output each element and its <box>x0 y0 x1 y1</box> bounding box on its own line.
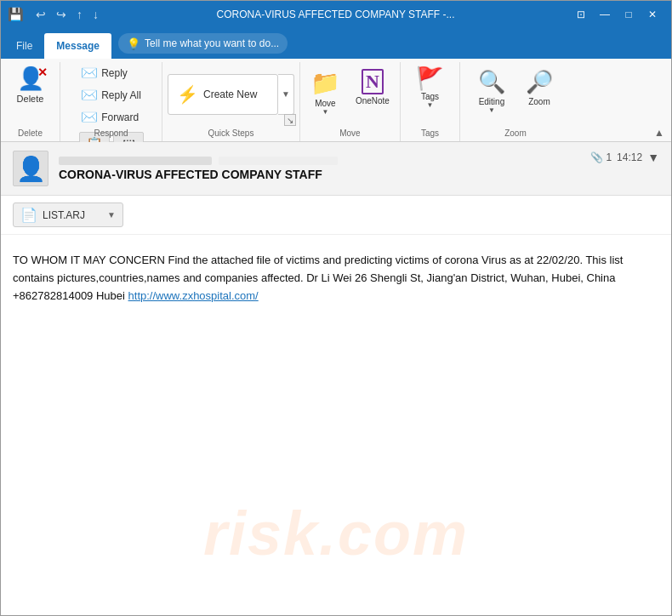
email-header-info: CORONA-VIRUS AFFECTED COMPANY STAFF <box>59 157 659 181</box>
move-chevron-icon: ▼ <box>322 108 328 116</box>
ribbon-collapse-button[interactable]: ▲ <box>654 127 664 139</box>
forward-icon: ✉️ <box>81 109 98 125</box>
close-button[interactable]: ✕ <box>641 3 664 26</box>
lightning-icon: ⚡ <box>177 84 198 105</box>
person-placeholder-icon: 👤 <box>16 155 46 183</box>
reply-all-label: Reply All <box>101 89 141 101</box>
email-subject: CORONA-VIRUS AFFECTED COMPANY STAFF <box>59 168 659 181</box>
email-expand-icon[interactable]: ▼ <box>647 151 659 164</box>
email-view: 👤 CORONA-VIRUS AFFECTED COMPANY STAFF 📎 … <box>1 142 671 616</box>
onenote-icon: N <box>362 69 384 94</box>
tags-label: Tags <box>421 92 439 101</box>
ribbon-group-quick-steps: ⚡ Create New ▼ Quick Steps ↘ <box>162 62 300 141</box>
respond-group-label: Respond <box>60 128 162 138</box>
upload-icon[interactable]: ↑ <box>73 6 86 23</box>
folder-icon: 📁 <box>310 69 340 97</box>
tab-file[interactable]: File <box>4 33 44 59</box>
ribbon: 👤 ✕ Delete Delete ✉️ Reply ✉️ Reply All <box>1 59 671 142</box>
tell-me-input[interactable]: 💡 Tell me what you want to do... <box>118 33 288 54</box>
zoom-label: Zoom <box>528 97 550 106</box>
attachment-filename: LIST.ARJ <box>43 209 85 221</box>
editing-chevron-icon: ▼ <box>488 106 495 114</box>
attachment-count: 📎 1 <box>590 151 612 163</box>
flag-icon: 🚩 <box>416 66 443 92</box>
ribbon-group-move: 📁 Move ▼ N OneNote Move <box>300 62 401 141</box>
email-body-link[interactable]: http://www.zxhospital.com/ <box>128 289 259 302</box>
tags-chevron-icon: ▼ <box>426 101 433 109</box>
zoom-button[interactable]: 🔎 Zoom <box>519 66 560 110</box>
sender-avatar: 👤 <box>13 151 48 186</box>
tags-button[interactable]: 🚩 Tags ▼ <box>409 62 450 112</box>
reply-button[interactable]: ✉️ Reply <box>76 62 133 83</box>
zoom-icon: 🔎 <box>526 69 553 95</box>
quick-steps-expand-icon[interactable]: ↘ <box>284 114 296 126</box>
zoom-group-label: Zoom <box>460 128 571 138</box>
attachment-bar: 📄 LIST.ARJ ▼ <box>1 196 671 235</box>
onenote-label: OneNote <box>356 96 390 106</box>
reply-icon: ✉️ <box>81 65 98 81</box>
tags-group-label: Tags <box>401 128 459 138</box>
lightbulb-icon: 💡 <box>127 37 140 50</box>
attachment-dropdown-icon[interactable]: ▼ <box>107 210 116 220</box>
email-body: TO WHOM IT MAY CONCERN Find the attached… <box>1 235 671 616</box>
tab-bar: File Message 💡 Tell me what you want to … <box>1 28 671 59</box>
editing-button[interactable]: 🔍 Editing ▼ <box>471 66 512 117</box>
onenote-button[interactable]: N OneNote <box>350 66 395 109</box>
sender-name <box>59 157 212 165</box>
minimize-button[interactable]: — <box>593 3 617 26</box>
file-icon: 📄 <box>20 207 37 223</box>
tell-me-label: Tell me what you want to do... <box>145 37 279 49</box>
reply-all-icon: ✉️ <box>81 87 98 103</box>
create-new-button[interactable]: ⚡ Create New <box>168 74 278 115</box>
ribbon-group-zoom: 🔍 Editing ▼ 🔎 Zoom Zoom <box>460 62 571 141</box>
title-bar: 💾 ↩ ↪ ↑ ↓ CORONA-VIRUS AFFECTED COMPANY … <box>1 1 671 28</box>
quick-steps-group-label: Quick Steps <box>162 128 299 138</box>
sender-email <box>219 157 338 165</box>
reply-label: Reply <box>101 67 128 79</box>
download-icon[interactable]: ↓ <box>89 6 102 23</box>
paperclip-icon: 📎 <box>590 151 603 163</box>
ribbon-group-delete: 👤 ✕ Delete Delete <box>1 62 60 141</box>
email-header: 👤 CORONA-VIRUS AFFECTED COMPANY STAFF 📎 … <box>1 142 671 196</box>
chevron-down-icon: ▼ <box>282 89 290 99</box>
window-title: CORONA-VIRUS AFFECTED COMPANY STAFF -... <box>102 9 569 20</box>
watermark: risk.com <box>203 485 469 583</box>
move-label: Move <box>315 99 335 108</box>
tab-message[interactable]: Message <box>44 33 111 59</box>
redo-icon[interactable]: ↪ <box>53 6 70 23</box>
create-new-label: Create New <box>203 88 257 100</box>
move-button[interactable]: 📁 Move ▼ <box>305 66 345 119</box>
delete-label: Delete <box>17 94 44 104</box>
email-body-text: TO WHOM IT MAY CONCERN Find the attached… <box>13 254 623 302</box>
save-icon[interactable]: 💾 <box>8 7 24 22</box>
email-meta: 📎 1 14:12 ▼ <box>590 151 659 164</box>
move-group-label: Move <box>300 128 400 138</box>
delete-button[interactable]: 👤 ✕ Delete <box>10 62 51 107</box>
quick-steps-dropdown[interactable]: ▼ <box>278 74 294 115</box>
delete-x-icon: ✕ <box>37 66 48 79</box>
restore-button[interactable]: ⊡ <box>569 3 593 26</box>
delete-group-label: Delete <box>1 128 60 138</box>
email-time: 14:12 <box>617 151 642 163</box>
attachment-item[interactable]: 📄 LIST.ARJ ▼ <box>13 202 123 227</box>
ribbon-group-respond: ✉️ Reply ✉️ Reply All ✉️ Forward 📋 ⬚ <box>60 62 162 141</box>
ribbon-group-tags: 🚩 Tags ▼ Tags <box>401 62 460 141</box>
undo-icon[interactable]: ↩ <box>32 6 49 23</box>
forward-button[interactable]: ✉️ Forward <box>76 106 144 128</box>
reply-all-button[interactable]: ✉️ Reply All <box>76 84 146 106</box>
forward-label: Forward <box>101 111 139 123</box>
search-find-icon: 🔍 <box>478 69 505 95</box>
maximize-button[interactable]: □ <box>617 3 641 26</box>
editing-label: Editing <box>479 97 505 106</box>
attachment-number: 1 <box>606 151 612 163</box>
